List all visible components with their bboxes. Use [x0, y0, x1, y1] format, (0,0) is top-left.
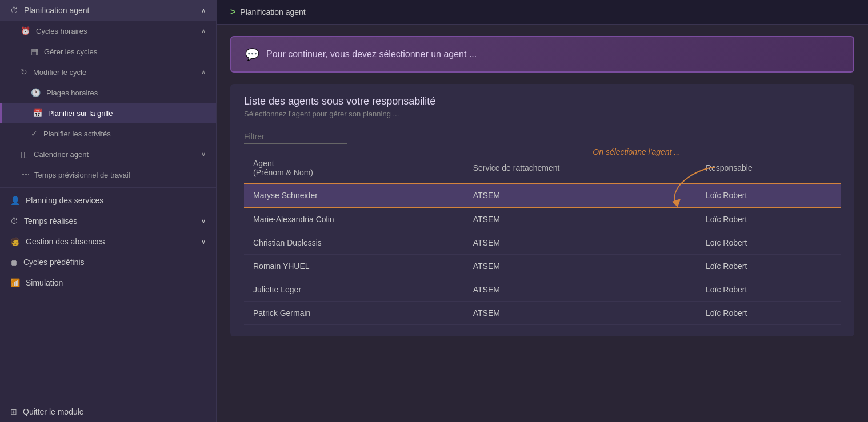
sidebar-label: Planning des services	[26, 196, 103, 205]
service-cell: ATSEM	[464, 231, 697, 255]
sidebar-item-planifier-activites[interactable]: ✓ Planifier les activités	[0, 123, 216, 144]
service-cell: ATSEM	[464, 302, 697, 325]
filter-input[interactable]	[244, 130, 347, 144]
chevron-down-icon: ∨	[201, 218, 206, 225]
service-cell: ATSEM	[464, 207, 697, 231]
main-content: > Planification agent 💬 Pour continuer, …	[217, 0, 868, 422]
sidebar-label: Plages horaires	[46, 89, 98, 97]
responsable-cell: Loïc Robert	[697, 255, 841, 278]
sidebar-item-calendrier-agent[interactable]: ◫ Calendrier agent ∨	[0, 144, 216, 164]
agent-name-cell: Maryse Schneider	[244, 183, 464, 207]
sidebar-item-gerer-cycles[interactable]: ▦ Gérer les cycles	[0, 41, 216, 62]
breadcrumb-text: Planification agent	[240, 7, 305, 17]
responsable-cell: Loïc Robert	[697, 207, 841, 231]
sidebar-item-planning-services[interactable]: 👤 Planning des services	[0, 190, 216, 211]
col-agent: Agent (Prénom & Nom)	[244, 153, 464, 183]
chevron-up-icon: ∧	[201, 69, 206, 76]
table-container: On sélectionne l'agent ... Agent (Prénom…	[244, 153, 841, 325]
sidebar-item-modifier-cycle[interactable]: ↻ Modifier le cycle ∧	[0, 62, 216, 82]
table-header: Agent (Prénom & Nom) Service de rattache…	[244, 153, 841, 183]
sidebar-item-cycles-predefinis[interactable]: ▦ Cycles prédéfinis	[0, 252, 216, 272]
agents-table: Agent (Prénom & Nom) Service de rattache…	[244, 153, 841, 325]
sidebar-label: Planifier sur la grille	[48, 109, 113, 118]
breadcrumb-arrow: >	[230, 7, 235, 17]
clock3-icon: 🕐	[31, 88, 41, 97]
sidebar-item-temps-realises[interactable]: ⏱ Temps réalisés ∨	[0, 211, 216, 231]
chevron-down-icon: ∨	[201, 151, 206, 158]
wave-icon: 〰	[21, 170, 29, 179]
breadcrumb: > Planification agent	[217, 0, 868, 25]
table-row[interactable]: Marie-Alexandria ColinATSEMLoïc Robert	[244, 207, 841, 231]
service-cell: ATSEM	[464, 255, 697, 278]
sidebar-label: Temps prévisionnel de travail	[34, 171, 130, 179]
chevron-up-icon: ∧	[201, 27, 206, 35]
list-subtitle: Sélectionnez l'agent pour gérer son plan…	[244, 110, 841, 118]
alert-text: Pour continuer, vous devez sélectionner …	[266, 49, 477, 59]
table-row[interactable]: Christian DuplessisATSEMLoïc Robert	[244, 231, 841, 255]
sidebar-label: Calendrier agent	[34, 150, 89, 159]
agent-name-cell: Marie-Alexandria Colin	[244, 207, 464, 231]
table-body: Maryse SchneiderATSEMLoïc RobertMarie-Al…	[244, 183, 841, 325]
agent-name-cell: Romain YHUEL	[244, 255, 464, 278]
service-cell: ATSEM	[464, 183, 697, 207]
sidebar-label: Gestion des absences	[26, 237, 105, 246]
col-service: Service de rattachement	[464, 153, 697, 183]
alert-banner: 💬 Pour continuer, vous devez sélectionne…	[230, 36, 854, 73]
sidebar-label: Cycles horaires	[36, 27, 87, 35]
sidebar-label: Gérer les cycles	[44, 47, 97, 56]
sidebar-item-temps-previsionnel[interactable]: 〰 Temps prévisionnel de travail	[0, 164, 216, 185]
agent-name-cell: Christian Duplessis	[244, 231, 464, 255]
grid2-icon: ▦	[10, 258, 18, 267]
layers-icon: ◫	[21, 150, 28, 159]
arrow-icon: ↻	[21, 67, 27, 77]
service-cell: ATSEM	[464, 278, 697, 302]
sidebar-label: Cycles prédéfinis	[23, 258, 85, 267]
responsable-cell: Loïc Robert	[697, 183, 841, 207]
list-section: Liste des agents sous votre responsabili…	[230, 84, 854, 336]
table-row[interactable]: Juliette LegerATSEMLoïc Robert	[244, 278, 841, 302]
check-icon: ✓	[31, 129, 38, 138]
responsable-cell: Loïc Robert	[697, 231, 841, 255]
grid3-icon: ⊞	[10, 407, 17, 416]
sidebar-item-gestion-absences[interactable]: 🧑 Gestion des absences ∨	[0, 231, 216, 252]
sidebar-label: Modifier le cycle	[33, 68, 86, 77]
list-title: Liste des agents sous votre responsabili…	[244, 95, 841, 107]
sidebar: ⏱ Planification agent ∧ ⏰ Cycles horaire…	[0, 0, 217, 422]
responsable-cell: Loïc Robert	[697, 278, 841, 302]
sidebar-label: Temps réalisés	[24, 216, 77, 226]
filter-row	[244, 130, 841, 144]
chevron-up-icon: ∧	[201, 7, 206, 14]
grid-icon: ▦	[31, 47, 38, 56]
sidebar-item-quitter[interactable]: ⊞ Quitter le module	[0, 401, 216, 422]
sidebar-item-cycles-horaires[interactable]: ⏰ Cycles horaires ∧	[0, 21, 216, 41]
sidebar-item-plages-horaires[interactable]: 🕐 Plages horaires	[0, 82, 216, 103]
clock-icon: ⏱	[10, 6, 18, 15]
sidebar-item-planifier-grille[interactable]: 📅 Planifier sur la grille	[0, 103, 216, 123]
content-area: 💬 Pour continuer, vous devez sélectionne…	[217, 25, 868, 422]
clock2-icon: ⏰	[21, 26, 30, 35]
alert-icon: 💬	[245, 47, 259, 61]
responsable-cell: Loïc Robert	[697, 302, 841, 325]
divider	[0, 187, 216, 188]
col-responsable: Responsable	[697, 153, 841, 183]
table-row[interactable]: Maryse SchneiderATSEMLoïc Robert	[244, 183, 841, 207]
wifi-icon: 📶	[10, 278, 20, 287]
chevron-down-icon: ∨	[201, 238, 206, 246]
user2-icon: 🧑	[10, 237, 20, 246]
calendar-icon: 📅	[33, 108, 42, 118]
table-row[interactable]: Romain YHUELATSEMLoïc Robert	[244, 255, 841, 278]
sidebar-label: Planifier les activités	[43, 130, 111, 138]
sidebar-bottom: ⊞ Quitter le module	[0, 401, 216, 422]
agent-name-cell: Juliette Leger	[244, 278, 464, 302]
sidebar-item-planification-agent[interactable]: ⏱ Planification agent ∧	[0, 0, 216, 21]
sidebar-item-simulation[interactable]: 📶 Simulation	[0, 272, 216, 293]
sidebar-label: Quitter le module	[23, 407, 84, 416]
sidebar-label: Planification agent	[24, 6, 89, 15]
agent-name-cell: Patrick Germain	[244, 302, 464, 325]
sidebar-label: Simulation	[26, 278, 63, 287]
table-row[interactable]: Patrick GermainATSEMLoïc Robert	[244, 302, 841, 325]
user-icon: 👤	[10, 196, 20, 205]
clock4-icon: ⏱	[10, 216, 18, 226]
